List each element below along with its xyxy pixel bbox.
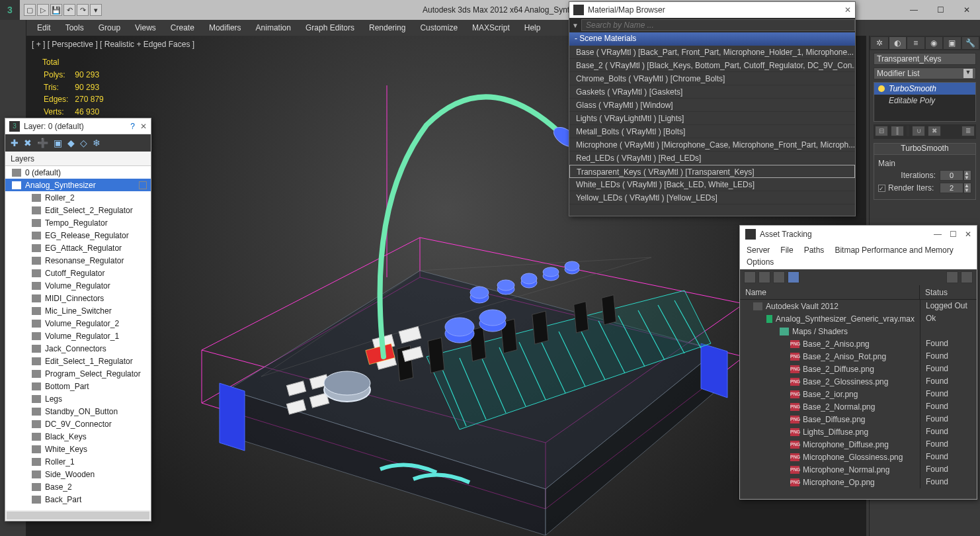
- close-button[interactable]: ✕: [965, 230, 971, 239]
- material-row[interactable]: Microphone ( VRayMtl ) [Microphone_Case,…: [569, 138, 855, 152]
- menu-graph-editors[interactable]: Graph Editors: [306, 23, 354, 32]
- layer-row[interactable]: Jack_Connectors: [5, 342, 151, 355]
- asset-row[interactable]: Analog_Synthesizer_Generic_vray.maxOk: [740, 312, 977, 325]
- modifier-list-dropdown[interactable]: Modifier List▼: [874, 67, 976, 79]
- material-list[interactable]: Base ( VRayMtl ) [Back_Part, Front_Part,…: [569, 46, 855, 204]
- modifier-stack[interactable]: TurboSmoothEditable Poly: [874, 82, 976, 122]
- modifier-row[interactable]: TurboSmooth: [874, 83, 975, 95]
- layer-row[interactable]: Bottom_Part: [5, 380, 151, 392]
- layer-row[interactable]: Black_Keys: [5, 430, 151, 443]
- layer-row[interactable]: Program_Select_Regulator: [5, 367, 151, 380]
- menu-modifiers[interactable]: Modifiers: [209, 23, 241, 32]
- minimize-button[interactable]: —: [901, 0, 927, 20]
- show-end-icon[interactable]: ║: [891, 126, 904, 136]
- layer-row[interactable]: Tempo_Regulator: [5, 216, 151, 229]
- asset-menu-file[interactable]: File: [780, 246, 793, 255]
- col-status[interactable]: Status: [920, 285, 977, 299]
- object-name-field[interactable]: [874, 53, 976, 65]
- configure-icon[interactable]: ≣: [961, 126, 975, 136]
- scene-materials-header[interactable]: - Scene Materials: [569, 32, 855, 46]
- open-icon[interactable]: ▷: [37, 4, 49, 16]
- asset-row[interactable]: PNGMicrophone_Op.pngFound: [740, 476, 977, 488]
- minimize-button[interactable]: —: [934, 230, 942, 239]
- spinner-buttons[interactable]: ▲▼: [963, 183, 971, 193]
- undo-icon[interactable]: ↶: [63, 4, 75, 16]
- material-row[interactable]: Yellow_LEDs ( VRayMtl ) [Yellow_LEDs]: [569, 191, 855, 204]
- col-name[interactable]: Name: [740, 285, 920, 299]
- material-row[interactable]: Transparent_Keys ( VRayMtl ) [Transparen…: [569, 165, 855, 178]
- settings-icon[interactable]: [946, 271, 958, 283]
- layer-row[interactable]: MIDI_Cinnectors: [5, 292, 151, 304]
- modifier-row[interactable]: Editable Poly: [874, 95, 975, 107]
- material-row[interactable]: Chrome_Bolts ( VRayMtl ) [Chrome_Bolts]: [569, 72, 855, 85]
- menu-group[interactable]: Group: [99, 23, 120, 32]
- layer-row[interactable]: Back_Part: [5, 493, 151, 506]
- tab-utilities[interactable]: 🔧: [962, 37, 979, 49]
- menu-maxscript[interactable]: MAXScript: [472, 23, 510, 32]
- asset-row[interactable]: Autodesk Vault 2012Logged Out: [740, 300, 977, 312]
- menu-create[interactable]: Create: [171, 23, 194, 32]
- asset-row[interactable]: PNGMicrophone_Normal.pngFound: [740, 463, 977, 476]
- menu-help[interactable]: Help: [524, 23, 541, 32]
- layer-row[interactable]: Analog_Synthesizer: [5, 179, 151, 191]
- tab-hierarchy[interactable]: ≡: [907, 37, 924, 49]
- rollout-header[interactable]: TurboSmooth: [874, 143, 976, 155]
- render-iters-spinner[interactable]: 2: [940, 183, 963, 193]
- maximize-button[interactable]: ☐: [950, 230, 957, 239]
- asset-row[interactable]: Maps / Shaders: [740, 325, 977, 337]
- menu-edit[interactable]: Edit: [37, 23, 51, 32]
- material-search-input[interactable]: [581, 19, 855, 31]
- dropdown-icon[interactable]: ▼: [569, 22, 581, 29]
- render-iters-checkbox[interactable]: [878, 185, 885, 192]
- iterations-spinner[interactable]: 0: [940, 170, 963, 181]
- material-row[interactable]: White_LEDs ( VRayMtl ) [Back_LED, White_…: [569, 178, 855, 191]
- layer-list[interactable]: 0 (default)Analog_SynthesizerRoller_2Edi…: [5, 166, 151, 510]
- material-row[interactable]: Base ( VRayMtl ) [Back_Part, Front_Part,…: [569, 46, 855, 59]
- layer-row[interactable]: Edit_Select_1_Regulator: [5, 355, 151, 367]
- spinner-buttons[interactable]: ▲▼: [963, 170, 971, 181]
- layer-row[interactable]: Side_Wooden: [5, 468, 151, 480]
- layer-row[interactable]: EG_Attack_Regulator: [5, 242, 151, 254]
- tab-create[interactable]: ✲: [871, 37, 888, 49]
- layer-row[interactable]: Mic_Line_Switcher: [5, 304, 151, 317]
- layer-panel-titlebar[interactable]: 3 Layer: 0 (default) ? ✕: [5, 118, 151, 134]
- app-icon[interactable]: 3: [0, 0, 20, 20]
- hide-icon[interactable]: ◇: [80, 138, 87, 148]
- more-icon[interactable]: ▾: [90, 4, 102, 16]
- new-layer-icon[interactable]: ✚: [11, 138, 19, 148]
- menu-views[interactable]: Views: [135, 23, 156, 32]
- layer-row[interactable]: Base_2: [5, 480, 151, 493]
- viewport-label[interactable]: [ + ] [ Perspective ] [ Realistic + Edge…: [32, 40, 194, 49]
- asset-row[interactable]: PNGBase_2_Normal.pngFound: [740, 400, 977, 413]
- material-row[interactable]: Gaskets ( VRayMtl ) [Gaskets]: [569, 85, 855, 99]
- material-row[interactable]: Base_2 ( VRayMtl ) [Black_Keys, Bottom_P…: [569, 59, 855, 72]
- table-icon[interactable]: [788, 271, 799, 283]
- asset-row[interactable]: PNGMicrophone_Glossiness.pngFound: [740, 451, 977, 463]
- asset-menu-paths[interactable]: Paths: [804, 246, 825, 255]
- asset-tracking-titlebar[interactable]: Asset Tracking — ☐ ✕: [740, 226, 977, 243]
- asset-row[interactable]: PNGLights_Diffuse.pngFound: [740, 425, 977, 438]
- scrollbar-horizontal[interactable]: [5, 510, 151, 521]
- menu-animation[interactable]: Animation: [256, 23, 291, 32]
- layer-row[interactable]: Resonanse_Regulator: [5, 254, 151, 267]
- layer-row[interactable]: DC_9V_Connector: [5, 418, 151, 430]
- tree-icon[interactable]: [758, 271, 770, 283]
- select-icon[interactable]: ▣: [54, 138, 62, 148]
- maximize-button[interactable]: ☐: [927, 0, 954, 20]
- asset-list[interactable]: Autodesk Vault 2012Logged OutAnalog_Synt…: [740, 300, 977, 499]
- make-unique-icon[interactable]: ∪: [912, 126, 925, 136]
- list-icon[interactable]: [773, 271, 785, 283]
- help-icon[interactable]: [961, 271, 973, 283]
- layer-row[interactable]: 0 (default): [5, 166, 151, 179]
- material-browser-titlebar[interactable]: Material/Map Browser ✕: [569, 2, 855, 18]
- material-browser[interactable]: Material/Map Browser ✕ ▼ - Scene Materia…: [569, 1, 856, 216]
- asset-row[interactable]: PNGBase_2_ior.pngFound: [740, 388, 977, 400]
- asset-menu-bitmap-performance-and-memory[interactable]: Bitmap Performance and Memory: [835, 246, 953, 255]
- layer-row[interactable]: Volume_Regulator_1: [5, 330, 151, 342]
- tab-display[interactable]: ▣: [944, 37, 961, 49]
- refresh-icon[interactable]: [744, 271, 756, 283]
- redo-icon[interactable]: ↷: [77, 4, 89, 16]
- asset-row[interactable]: PNGBase_2_Glossiness.pngFound: [740, 375, 977, 388]
- material-row[interactable]: Lights ( VRayLightMtl ) [Lights]: [569, 112, 855, 125]
- layer-row[interactable]: Standby_ON_Button: [5, 405, 151, 418]
